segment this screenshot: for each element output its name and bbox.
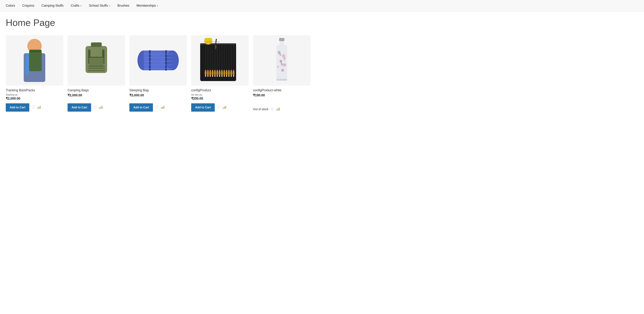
- product-image-tracking-backpacks: [6, 35, 63, 86]
- nav-item-crafts[interactable]: Crafts∨: [71, 4, 82, 8]
- svg-point-49: [214, 75, 216, 77]
- svg-rect-30: [161, 108, 162, 109]
- product-price: ₹190.00: [253, 93, 310, 97]
- svg-rect-19: [102, 106, 102, 109]
- product-actions: Add to Cart♡: [6, 103, 63, 112]
- svg-rect-15: [88, 68, 105, 69]
- nav-item-school-stuffs[interactable]: School Stuffs∨: [89, 4, 110, 8]
- product-price-label: As low as:: [191, 93, 249, 96]
- svg-rect-80: [225, 106, 226, 109]
- svg-rect-4: [26, 53, 29, 75]
- chevron-down-icon: ∨: [109, 4, 110, 7]
- product-name: configProduct-white: [253, 88, 310, 92]
- product-name: configProduct: [191, 88, 249, 92]
- main-navigation: ColorsCrayonsCamping StuffsCrafts∨School…: [0, 0, 644, 12]
- svg-rect-16: [88, 70, 105, 71]
- svg-point-46: [212, 75, 213, 77]
- product-price-label: Starting at:: [6, 93, 63, 96]
- nav-item-memberships[interactable]: Memberships∨: [136, 4, 158, 8]
- svg-point-58: [222, 75, 222, 77]
- svg-point-43: [210, 75, 211, 77]
- svg-rect-93: [276, 79, 287, 81]
- product-name: Tracking BackPacks: [6, 88, 63, 92]
- product-card-tracking-backpacks: Tracking BackPacksStarting at:₹2,000.00A…: [6, 35, 63, 112]
- nav-item-camping-stuffs[interactable]: Camping Stuffs: [42, 4, 64, 8]
- compare-chart-icon[interactable]: [99, 105, 102, 110]
- svg-point-76: [215, 45, 216, 49]
- product-card-sleeping-bag: Sleeping Bag₹3,000.00Add to Cart♡: [130, 35, 187, 112]
- product-actions: Add to Cart♡: [191, 103, 249, 112]
- product-image-sleeping-bag: [130, 35, 187, 86]
- wishlist-heart-icon[interactable]: ♡: [270, 107, 274, 112]
- svg-rect-13: [89, 57, 104, 58]
- page-title: Home Page: [6, 17, 638, 28]
- svg-rect-95: [278, 108, 278, 110]
- product-card-camping-bags: Camping Bags₹2,000.00Add to Cart♡: [68, 35, 125, 112]
- product-card-config-product: 15 Pcs+knife+Sponge configProductAs low …: [191, 35, 249, 112]
- svg-rect-2: [29, 50, 42, 71]
- out-of-stock-label: Out of stock: [253, 108, 268, 111]
- nav-item-label: Crayons: [22, 4, 34, 8]
- svg-point-73: [233, 75, 234, 77]
- svg-rect-5: [38, 108, 38, 109]
- svg-rect-14: [88, 66, 105, 67]
- svg-rect-34: [200, 43, 236, 45]
- compare-chart-icon[interactable]: [276, 107, 280, 112]
- page-content: Home Page Tracking BackPacksStarting at:…: [0, 12, 644, 122]
- product-card-config-product-white: configProduct-white₹190.00Out of stock♡: [253, 35, 310, 112]
- nav-item-label: Crafts: [71, 4, 80, 8]
- svg-point-64: [226, 75, 227, 77]
- chevron-down-icon: ∨: [80, 4, 82, 7]
- svg-text:15 Pcs+knife+Sponge: 15 Pcs+knife+Sponge: [204, 41, 220, 43]
- svg-point-86: [280, 60, 282, 62]
- svg-point-87: [283, 63, 286, 66]
- product-price: ₹200.00: [191, 96, 249, 100]
- nav-item-colors[interactable]: Colors: [6, 4, 15, 8]
- product-name: Camping Bags: [68, 88, 125, 92]
- svg-rect-82: [280, 41, 284, 45]
- nav-item-label: School Stuffs: [89, 4, 108, 8]
- svg-point-89: [281, 69, 284, 72]
- svg-point-61: [224, 75, 225, 77]
- add-to-cart-button[interactable]: Add to Cart: [68, 103, 91, 112]
- product-actions: Out of stock♡: [253, 107, 310, 112]
- nav-item-crayons[interactable]: Crayons: [22, 4, 34, 8]
- svg-point-37: [205, 75, 206, 77]
- chevron-down-icon: ∨: [157, 4, 158, 7]
- nav-item-label: Memberships: [136, 4, 156, 8]
- nav-item-brushes[interactable]: Brushes: [118, 4, 130, 8]
- svg-rect-17: [99, 108, 100, 109]
- svg-rect-81: [279, 38, 284, 41]
- product-price: ₹2,000.00: [6, 96, 63, 100]
- svg-point-40: [207, 75, 208, 77]
- compare-chart-icon[interactable]: [223, 105, 226, 110]
- svg-rect-79: [224, 106, 225, 109]
- add-to-cart-button[interactable]: Add to Cart: [130, 103, 153, 112]
- wishlist-heart-icon[interactable]: ♡: [155, 105, 159, 110]
- svg-rect-24: [165, 50, 167, 71]
- product-image-config-product-white: [253, 35, 310, 86]
- product-price: ₹3,000.00: [130, 93, 187, 97]
- svg-point-70: [231, 75, 232, 77]
- wishlist-heart-icon[interactable]: ♡: [93, 105, 97, 110]
- svg-rect-78: [223, 108, 224, 109]
- product-image-config-product: 15 Pcs+knife+Sponge: [191, 35, 249, 86]
- svg-rect-9: [91, 42, 102, 47]
- svg-rect-6: [39, 106, 39, 109]
- wishlist-heart-icon[interactable]: ♡: [32, 105, 35, 110]
- compare-chart-icon[interactable]: [37, 105, 41, 110]
- product-actions: Add to Cart♡: [130, 103, 187, 112]
- svg-rect-23: [149, 50, 150, 71]
- svg-rect-3: [30, 50, 41, 52]
- product-actions: Add to Cart♡: [68, 103, 125, 112]
- svg-rect-18: [100, 106, 101, 109]
- svg-point-52: [217, 75, 218, 77]
- svg-point-67: [228, 75, 230, 77]
- nav-item-label: Brushes: [118, 4, 130, 8]
- add-to-cart-button[interactable]: Add to Cart: [6, 103, 29, 112]
- product-price: ₹2,000.00: [68, 93, 125, 97]
- compare-chart-icon[interactable]: [161, 105, 164, 110]
- add-to-cart-button[interactable]: Add to Cart: [191, 103, 215, 112]
- wishlist-heart-icon[interactable]: ♡: [217, 105, 220, 110]
- product-name: Sleeping Bag: [130, 88, 187, 92]
